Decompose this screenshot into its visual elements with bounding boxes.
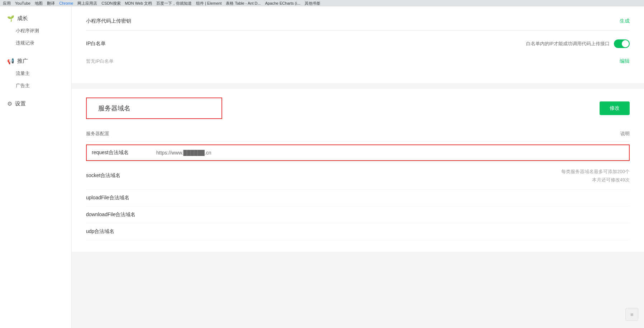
key-upload-row: 小程序代码上传密钥 生成 [86, 12, 630, 30]
request-label: request合法域名 [92, 149, 156, 156]
sidebar-item-advertiser[interactable]: 广告主 [0, 80, 71, 92]
promotion-icon: 📢 [7, 58, 14, 65]
request-value: https://www.██████.cn [156, 150, 624, 156]
top-section: 小程序代码上传密钥 生成 IP白名单 白名单内的IP才能成功调用代码上传接口 暂… [72, 6, 644, 83]
sidebar-section-promotion: 📢 推广 流量主 广告主 [0, 55, 71, 92]
tab-chrome[interactable]: Chrome [59, 1, 73, 5]
whitelist-content-row: 暂无IP白名单 编辑 [86, 51, 630, 72]
server-domain-header: 服务器域名 修改 [86, 98, 630, 119]
server-domain-title: 服务器域名 [98, 104, 210, 113]
tab-maps[interactable]: 地图 [35, 1, 43, 6]
ip-whitelist-label: IP白名单 [86, 41, 129, 47]
tab-csdn[interactable]: CSDN搜索 [101, 1, 120, 6]
whitelist-header: IP白名单 白名单内的IP才能成功调用代码上传接口 [86, 37, 630, 51]
tab-antd[interactable]: 表格 Table - Ant D... [226, 1, 261, 6]
udp-label: udp合法域名 [86, 228, 151, 235]
tab-apps[interactable]: 应用 [3, 1, 11, 6]
settings-icon: ⚙ [7, 100, 12, 107]
whitelist-header-right: 白名单内的IP才能成功调用代码上传接口 [526, 39, 630, 48]
widget-icon: ⊞ [630, 313, 633, 317]
sidebar-item-miniprogram-review[interactable]: 小程序评测 [0, 25, 71, 37]
udp-domain-row: udp合法域名 [86, 223, 630, 240]
whitelist-empty-text: 暂无IP白名单 [86, 55, 114, 67]
config-notes: 每类服务器域名最多可添加200个 本月还可修改49次 [561, 167, 630, 184]
server-domain-title-box: 服务器域名 [86, 98, 222, 119]
server-config-table: 服务器配置 说明 request合法域名 https://www.██████.… [86, 128, 630, 240]
tab-echarts[interactable]: Apache ECharts (i... [265, 1, 300, 5]
sidebar-promotion-label: 推广 [17, 58, 28, 65]
tab-element[interactable]: 组件 | Element [196, 1, 221, 6]
config-header-row: 服务器配置 说明 [86, 128, 630, 142]
bottom-right-widget[interactable]: ⊞ [625, 308, 638, 321]
download-domain-row: downloadFile合法域名 [86, 206, 630, 223]
browser-bar: 应用 YouTube 地图 翻译 Chrome 网上应用店 CSDN搜索 MDN… [0, 0, 644, 6]
section-gap [72, 83, 644, 89]
download-label: downloadFile合法域名 [86, 211, 151, 218]
sidebar-group-growth: 🌱 成长 [0, 12, 71, 25]
tab-translate[interactable]: 翻译 [47, 1, 55, 6]
tab-other-bookmarks[interactable]: 其他书签 [305, 1, 320, 6]
note-remaining: 本月还可修改49次 [561, 176, 630, 184]
upload-label: uploadFile合法域名 [86, 195, 151, 201]
whitelist-section: IP白名单 白名单内的IP才能成功调用代码上传接口 暂无IP白名单 编辑 [86, 31, 630, 77]
socket-domain-row: socket合法域名 每类服务器域名最多可添加200个 本月还可修改49次 [86, 162, 630, 190]
server-config-note: 说明 [620, 130, 630, 137]
tab-youtube[interactable]: YouTube [15, 1, 30, 5]
upload-domain-row: uploadFile合法域名 [86, 190, 630, 206]
sidebar-item-violation-record[interactable]: 违规记录 [0, 37, 71, 49]
sidebar-section-growth: 🌱 成长 小程序评测 违规记录 [0, 12, 71, 49]
key-upload-label: 小程序代码上传密钥 [86, 18, 131, 24]
modify-button[interactable]: 修改 [600, 101, 630, 115]
sidebar-settings-label: 设置 [15, 100, 26, 107]
socket-label: socket合法域名 [86, 172, 151, 179]
tab-mdn[interactable]: MDN Web 文档 [125, 1, 152, 6]
ip-whitelist-toggle[interactable] [614, 39, 630, 48]
server-domain-wrapper: 服务器域名 修改 服务器配置 说明 request合法域名 https://ww… [72, 89, 644, 252]
server-config-header-label: 服务器配置 [86, 130, 109, 137]
tab-chrome-store[interactable]: 网上应用店 [77, 1, 97, 6]
sidebar-section-settings: ⚙ 设置 [0, 98, 71, 110]
note-max: 每类服务器域名最多可添加200个 [561, 167, 630, 176]
sidebar-group-promotion: 📢 推广 [0, 55, 71, 67]
sidebar-growth-label: 成长 [17, 15, 28, 22]
ip-whitelist-hint: 白名单内的IP才能成功调用代码上传接口 [526, 41, 610, 47]
generate-link[interactable]: 生成 [620, 18, 630, 24]
request-domain-row: request合法域名 https://www.██████.cn [86, 144, 630, 161]
sidebar-group-settings: ⚙ 设置 [0, 98, 71, 110]
tab-baidu[interactable]: 百度一下，你就知道 [156, 1, 192, 6]
growth-icon: 🌱 [7, 15, 14, 22]
sidebar: 🌱 成长 小程序评测 违规记录 📢 推广 流量主 广告主 ⚙ 设置 [0, 6, 72, 328]
sidebar-item-traffic-owner[interactable]: 流量主 [0, 67, 71, 80]
edit-whitelist-link[interactable]: 编辑 [620, 58, 630, 65]
main-content: 小程序代码上传密钥 生成 IP白名单 白名单内的IP才能成功调用代码上传接口 暂… [72, 6, 644, 328]
